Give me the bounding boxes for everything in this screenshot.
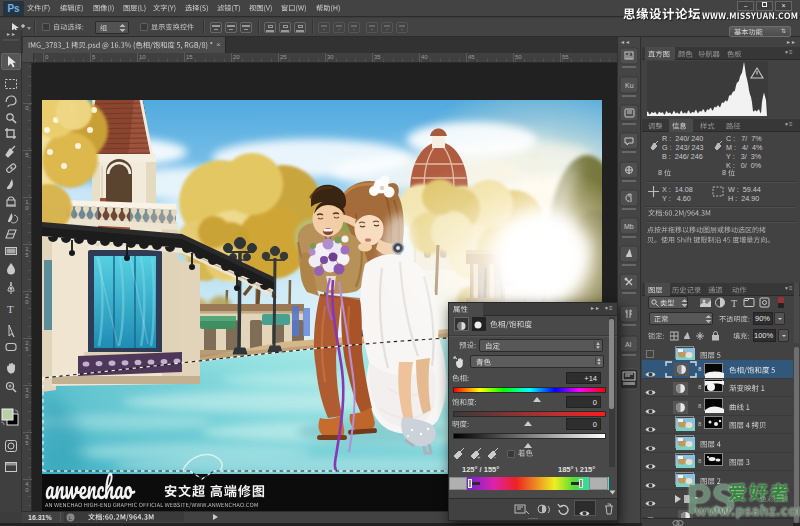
svg-text:Ku: Ku <box>625 82 634 89</box>
svg-text:T: T <box>7 303 14 315</box>
svg-text:Al: Al <box>625 341 632 348</box>
svg-text:-: - <box>494 454 496 460</box>
svg-text:T: T <box>731 298 737 309</box>
svg-text:+: + <box>477 454 481 460</box>
svg-text:Mb: Mb <box>624 223 634 230</box>
